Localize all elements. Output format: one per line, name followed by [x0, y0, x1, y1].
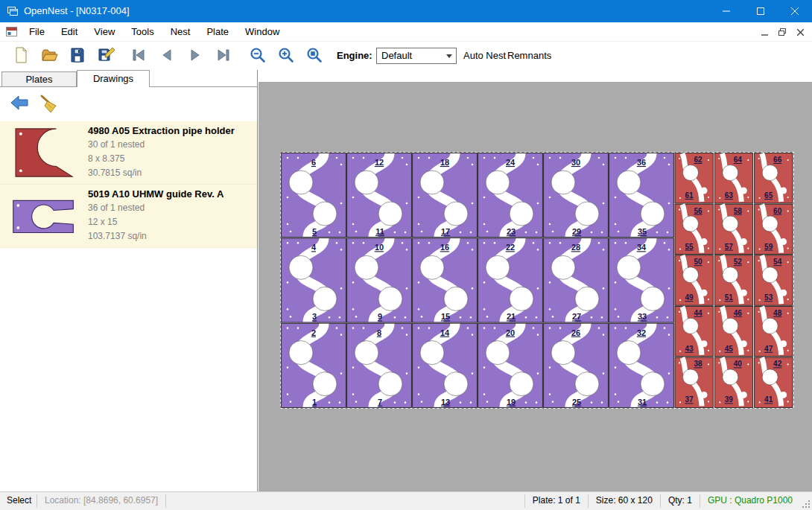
- menu-item-file[interactable]: File: [21, 22, 53, 42]
- new-button[interactable]: [9, 45, 33, 67]
- nested-part-pair-purple[interactable]: 2221: [478, 238, 543, 322]
- tab-drawings[interactable]: Drawings: [77, 70, 150, 87]
- part-number: 56: [694, 207, 702, 215]
- plate-svg[interactable]: 6512111817242330293635431091615222128273…: [280, 152, 794, 409]
- menu-bar: File Edit View Tools Nest Plate Window: [0, 22, 812, 42]
- mdi-minimize-button[interactable]: [755, 25, 773, 39]
- menu-item-tools[interactable]: Tools: [123, 22, 162, 42]
- remnants-button[interactable]: Remnants: [507, 42, 551, 70]
- zoom-fit-button[interactable]: [302, 45, 326, 67]
- nested-part-pair-red[interactable]: 4847: [755, 306, 793, 356]
- save-button[interactable]: [66, 45, 89, 67]
- part-number: 36: [637, 158, 646, 167]
- part-number: 11: [375, 227, 384, 236]
- save-as-button[interactable]: [94, 45, 118, 67]
- part-number: 32: [637, 328, 646, 337]
- save-as-icon: [97, 46, 115, 64]
- part-number: 40: [734, 360, 743, 368]
- nested-part-pair-purple[interactable]: 3635: [609, 153, 674, 238]
- nested-part-pair-purple[interactable]: 109: [347, 238, 412, 322]
- drawing-title: 5019 A10 UHMW guide Rev. A: [88, 188, 223, 200]
- nested-part-pair-purple[interactable]: 2423: [478, 153, 543, 238]
- mdi-restore-button[interactable]: [773, 25, 791, 39]
- part-number: 22: [506, 243, 515, 252]
- nested-part-pair-red[interactable]: 4443: [675, 306, 713, 356]
- drawings-panel: 4980 A05 Extraction pipe holder 30 of 1 …: [0, 86, 257, 491]
- zoom-in-icon: [277, 46, 295, 64]
- last-plate-button[interactable]: [212, 45, 235, 67]
- auto-nest-button[interactable]: Auto Nest: [463, 42, 506, 70]
- drawing-list-item-2[interactable]: 5019 A10 UHMW guide Rev. A 36 of 1 neste…: [0, 185, 257, 248]
- menu-item-nest[interactable]: Nest: [162, 22, 199, 42]
- nested-part-pair-red[interactable]: 4241: [755, 357, 793, 407]
- next-plate-button[interactable]: [183, 45, 207, 67]
- nested-part-pair-red[interactable]: 5049: [675, 255, 713, 305]
- nested-part-pair-purple[interactable]: 1413: [413, 323, 478, 407]
- first-plate-button[interactable]: [127, 45, 150, 67]
- tab-plates[interactable]: Plates: [1, 71, 77, 87]
- zoom-out-button[interactable]: [246, 45, 270, 67]
- status-plate: Plate: 1 of 1: [525, 492, 588, 510]
- nested-part-pair-red[interactable]: 6665: [755, 153, 793, 203]
- nested-part-pair-purple[interactable]: 3029: [544, 153, 609, 238]
- nested-part-pair-purple[interactable]: 2019: [478, 323, 543, 407]
- nested-part-pair-purple[interactable]: 3231: [609, 323, 674, 407]
- part-number: 6: [311, 158, 316, 167]
- nested-part-pair-red[interactable]: 5251: [714, 255, 752, 305]
- nested-part-pair-purple[interactable]: 2827: [544, 238, 609, 322]
- close-button[interactable]: [778, 0, 812, 22]
- part-number: 48: [773, 309, 782, 317]
- nested-part-pair-red[interactable]: 5655: [675, 204, 713, 254]
- maximize-button[interactable]: [743, 0, 778, 22]
- menu-item-plate[interactable]: Plate: [198, 22, 237, 42]
- part-number: 12: [375, 158, 384, 167]
- plate-sheet[interactable]: 6512111817242330293635431091615222128273…: [280, 152, 794, 409]
- move-to-plate-button[interactable]: [7, 92, 31, 115]
- part-number: 64: [734, 156, 743, 164]
- status-gpu: GPU : Quadro P1000: [700, 492, 800, 510]
- nested-part-pair-red[interactable]: 3837: [675, 357, 713, 407]
- nested-part-pair-purple[interactable]: 3433: [609, 238, 674, 322]
- nest-canvas[interactable]: 6512111817242330293635431091615222128273…: [258, 70, 812, 491]
- zoom-in-button[interactable]: [274, 45, 298, 67]
- nested-part-pair-purple[interactable]: 1615: [413, 238, 478, 322]
- menu-item-window[interactable]: Window: [237, 22, 288, 42]
- engine-select[interactable]: Default: [376, 48, 457, 64]
- drawing-size: 8 x 8.375: [88, 152, 235, 166]
- menu-item-edit[interactable]: Edit: [53, 22, 86, 42]
- nested-part-pair-red[interactable]: 6261: [675, 153, 713, 203]
- open-button[interactable]: [37, 45, 61, 67]
- drawing-area: 103.7137 sq/in: [88, 229, 223, 243]
- part-number: 20: [506, 328, 515, 337]
- mdi-close-button[interactable]: [791, 25, 809, 39]
- previous-plate-button[interactable]: [155, 45, 179, 67]
- minimize-button[interactable]: [709, 0, 743, 22]
- nested-part-pair-purple[interactable]: 1211: [347, 153, 412, 238]
- part-number: 57: [725, 243, 734, 251]
- nested-part-pair-red[interactable]: 5857: [714, 204, 752, 254]
- part-number: 47: [764, 345, 773, 353]
- clean-button[interactable]: [36, 92, 60, 115]
- menu-item-view[interactable]: View: [86, 22, 123, 42]
- nested-part-pair-purple[interactable]: 2625: [544, 323, 609, 407]
- nested-part-pair-purple[interactable]: 21: [282, 323, 346, 407]
- nested-part-pair-red[interactable]: 6463: [714, 153, 752, 203]
- nested-part-pair-red[interactable]: 5453: [755, 255, 793, 305]
- next-arrow-icon: [186, 46, 204, 64]
- part-number: 17: [441, 227, 450, 236]
- status-size: Size: 60 x 120: [589, 492, 660, 510]
- nested-part-pair-red[interactable]: 4645: [714, 306, 752, 356]
- nested-part-pair-purple[interactable]: 1817: [413, 153, 478, 238]
- nested-part-pair-purple[interactable]: 43: [282, 238, 346, 322]
- drawing-list-item-1[interactable]: 4980 A05 Extraction pipe holder 30 of 1 …: [0, 121, 257, 185]
- drawing-size: 12 x 15: [88, 215, 223, 229]
- resize-grip[interactable]: [800, 492, 812, 510]
- part-number: 51: [725, 293, 734, 302]
- part-number: 41: [764, 395, 773, 404]
- broom-icon: [38, 94, 57, 113]
- nested-part-pair-purple[interactable]: 65: [282, 153, 346, 238]
- status-bar: Select Location: [84.8696, 60.6957] Plat…: [0, 491, 812, 510]
- nested-part-pair-purple[interactable]: 87: [347, 323, 412, 407]
- nested-part-pair-red[interactable]: 4039: [714, 357, 752, 407]
- nested-part-pair-red[interactable]: 6059: [755, 204, 793, 254]
